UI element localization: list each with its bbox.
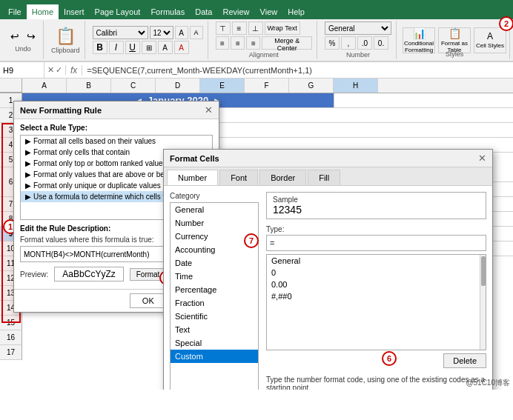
- tab-border[interactable]: Border: [259, 170, 306, 185]
- paste-icon[interactable]: 📋: [56, 27, 76, 46]
- formula-content[interactable]: =SEQUENCE(7,current_Month-WEEKDAY(curren…: [82, 64, 513, 76]
- wrap-text-button[interactable]: Wrap Text: [265, 21, 300, 35]
- row-num-17[interactable]: 17: [0, 345, 22, 360]
- sample-label: Sample: [273, 196, 480, 204]
- col-b[interactable]: B: [67, 79, 111, 93]
- confirm-formula-icon[interactable]: ✓: [56, 65, 62, 75]
- col-h[interactable]: H: [334, 79, 378, 93]
- new-format-ok-button[interactable]: OK: [130, 293, 167, 308]
- type-item-0.00[interactable]: 0.00: [267, 279, 486, 290]
- ribbon-tab-page-layout[interactable]: Page Layout: [90, 4, 146, 19]
- cat-scientific[interactable]: Scientific: [171, 310, 258, 323]
- type-item-hash[interactable]: #,##0: [267, 290, 486, 302]
- type-item-general[interactable]: General: [267, 255, 486, 267]
- step2-indicator: 2: [499, 16, 513, 31]
- alignment-label: Alignment: [216, 51, 312, 59]
- undo-label: Undo: [15, 45, 31, 53]
- delete-button[interactable]: Delete: [443, 353, 486, 368]
- cat-custom[interactable]: Custom: [171, 350, 258, 363]
- italic-button[interactable]: I: [109, 41, 124, 54]
- sample-section: Sample 12345: [266, 192, 486, 219]
- cat-special[interactable]: Special: [171, 336, 258, 350]
- type-list: General 0 0.00 #,##0: [266, 254, 486, 350]
- merge-center-button[interactable]: Merge & Center: [262, 36, 312, 50]
- format-cells-close-button[interactable]: ✕: [478, 153, 486, 164]
- fill-color-button[interactable]: A: [158, 41, 173, 54]
- increase-font-button[interactable]: A: [175, 26, 188, 39]
- format-cells-tabs: Number Font Border Fill: [164, 167, 492, 186]
- ribbon-tab-home[interactable]: Home: [27, 4, 59, 19]
- decrease-font-button[interactable]: A: [190, 26, 203, 39]
- cat-general[interactable]: General: [171, 203, 258, 216]
- tab-fill[interactable]: Fill: [308, 170, 340, 185]
- align-bottom-button[interactable]: ⊥: [248, 21, 263, 35]
- conditional-formatting-button[interactable]: 📊 Conditional Formatting: [403, 27, 435, 53]
- number-format-select[interactable]: General: [325, 21, 391, 35]
- tab-number[interactable]: Number: [167, 170, 218, 185]
- redo-button[interactable]: ↪: [24, 28, 39, 44]
- border-button[interactable]: ⊞: [142, 41, 156, 54]
- dialog-title-text: New Formatting Rule: [20, 106, 102, 115]
- dialog-close-button[interactable]: ✕: [205, 104, 213, 116]
- category-label: Category: [170, 192, 259, 200]
- align-middle-button[interactable]: ≡: [232, 21, 247, 35]
- rule-type-section-label: Select a Rule Type:: [20, 124, 213, 132]
- cat-number[interactable]: Number: [171, 216, 258, 230]
- font-color-button[interactable]: A: [174, 41, 189, 54]
- ribbon-tab-insert[interactable]: Insert: [59, 4, 90, 19]
- align-center-button[interactable]: ≡: [231, 36, 245, 50]
- cat-fraction[interactable]: Fraction: [171, 296, 258, 310]
- type-label: Type:: [266, 225, 486, 233]
- ribbon-tab-view[interactable]: View: [255, 4, 283, 19]
- cat-percentage[interactable]: Percentage: [171, 283, 258, 296]
- styles-group: 📊 Conditional Formatting 📋 Format as Tab…: [400, 21, 510, 59]
- cancel-formula-icon[interactable]: ✕: [47, 65, 54, 75]
- col-e[interactable]: E: [200, 79, 245, 93]
- align-left-button[interactable]: ≡: [216, 36, 230, 50]
- comma-button[interactable]: ,: [341, 36, 356, 50]
- underline-button[interactable]: U: [125, 41, 140, 54]
- number-group: General % , .0 0. Number: [320, 21, 397, 59]
- type-input[interactable]: [266, 235, 486, 251]
- ribbon-tab-file[interactable]: File: [3, 4, 27, 19]
- align-top-button[interactable]: ⊤: [216, 21, 231, 35]
- ribbon-tab-review[interactable]: Review: [217, 4, 254, 19]
- cat-text[interactable]: Text: [171, 323, 258, 336]
- category-list: General Number Currency Accounting Date …: [170, 202, 259, 390]
- type-item-0[interactable]: 0: [267, 267, 486, 279]
- dialog-title-bar[interactable]: New Formatting Rule ✕: [14, 101, 219, 119]
- align-right-button[interactable]: ≡: [246, 36, 260, 50]
- step6-indicator: 6: [382, 351, 397, 366]
- col-f[interactable]: F: [245, 79, 289, 93]
- col-d[interactable]: D: [156, 79, 200, 93]
- bold-button[interactable]: B: [93, 41, 107, 54]
- font-group: Calibri 12 A A B I U ⊞ A A: [88, 21, 208, 59]
- row-num-16[interactable]: 16: [0, 330, 22, 345]
- decrease-decimal-button[interactable]: 0.: [374, 36, 388, 50]
- hint-text: Type the number format code, using one o…: [266, 376, 486, 390]
- name-box[interactable]: H9: [0, 62, 44, 78]
- undo-group: ↩ ↪ Undo: [3, 21, 44, 59]
- format-as-table-button[interactable]: 📋 Format as Table: [438, 27, 471, 53]
- fx-label: fx: [66, 65, 82, 76]
- font-name-select[interactable]: Calibri: [93, 26, 148, 39]
- undo-button[interactable]: ↩: [7, 28, 22, 44]
- font-size-select[interactable]: 12: [150, 26, 173, 39]
- format-cells-title-bar[interactable]: Format Cells ✕: [164, 150, 492, 167]
- increase-decimal-button[interactable]: .0: [357, 36, 372, 50]
- tab-font[interactable]: Font: [219, 170, 258, 185]
- cat-time[interactable]: Time: [171, 270, 258, 283]
- clipboard-label: Clipboard: [51, 47, 80, 54]
- col-c[interactable]: C: [111, 79, 156, 93]
- cat-date[interactable]: Date: [171, 256, 258, 270]
- col-g[interactable]: G: [289, 79, 334, 93]
- cell-styles-button[interactable]: A Cell Styles: [474, 27, 506, 53]
- rule-item-1[interactable]: ▶Format all cells based on their values: [21, 136, 212, 147]
- sample-value: 12345: [273, 204, 480, 216]
- percent-button[interactable]: %: [325, 36, 340, 50]
- col-a[interactable]: A: [22, 79, 67, 93]
- styles-label: Styles: [446, 50, 464, 58]
- ribbon-tab-formulas[interactable]: Formulas: [145, 4, 190, 19]
- ribbon-tab-data[interactable]: Data: [190, 4, 217, 19]
- ribbon-tab-help[interactable]: Help: [282, 4, 310, 19]
